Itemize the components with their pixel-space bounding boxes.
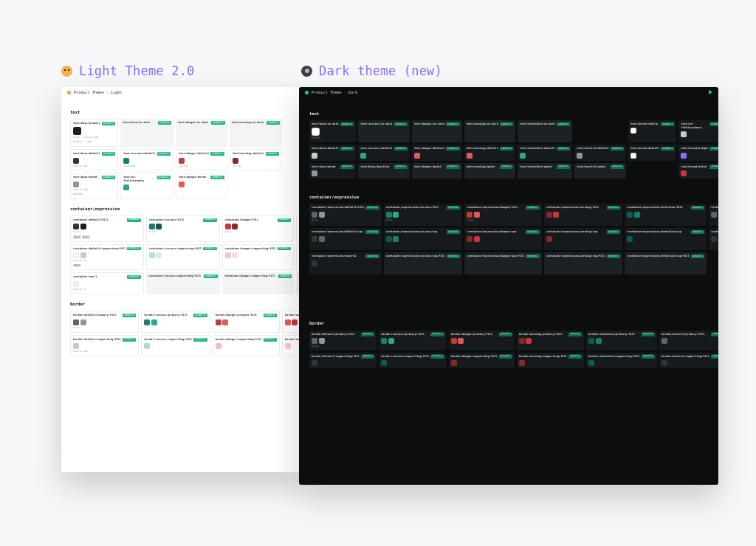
play-icon[interactable] xyxy=(709,90,712,94)
token-card[interactable]: border/danger/primary/fillSEMANTIC xyxy=(213,311,280,332)
token-card[interactable]: border/warning/supporting/fillSEMANTIC xyxy=(282,335,299,356)
token-card[interactable]: text/brand/brightSEMANTIC xyxy=(678,145,718,160)
token-card[interactable]: text/danger/on-darkSEMANTIC xyxy=(176,119,227,147)
token-card[interactable]: border/danger/supporting/fillSEMANTIC xyxy=(449,353,515,368)
emoji-dark-icon xyxy=(301,66,312,77)
token-card[interactable]: container/expressive/warning/supSEMANTIC xyxy=(544,228,623,250)
token-card[interactable]: container/default/supporting/fillSEMANTI… xyxy=(70,244,144,271)
token-card[interactable]: container/expressive/success/supSEMANTIC xyxy=(384,228,463,250)
token-card[interactable]: border/default/primary/fillSEMANTIC Alia… xyxy=(70,311,139,332)
token-card[interactable]: container/expressive/neutralSEMANTIC xyxy=(309,252,382,274)
token-card[interactable]: border/success/supporting/fillSEMANTIC xyxy=(141,335,210,356)
token-card[interactable]: container/default/fillSEMANTIC Alias hov… xyxy=(70,215,144,242)
token-card[interactable]: container/expressive/attention/sup/fillS… xyxy=(625,252,707,274)
token-card[interactable]: text/on-field/primarySEMANTIC xyxy=(678,120,718,142)
heading-dark-text: Dark theme (new) xyxy=(319,63,442,78)
token-card[interactable]: border/success/primary/fillSEMANTIC xyxy=(141,311,210,332)
token-card[interactable]: border/success/supporting/fillSEMANTIC xyxy=(379,353,446,368)
token-card[interactable]: text/neutral/quietSEMANTIC xyxy=(574,163,626,179)
token-card[interactable]: text/base/mutedSEMANTIC neutral-500 #8F9… xyxy=(70,173,118,198)
token-card[interactable]: border/neutral/primary/fillSEMANTIC xyxy=(659,331,718,350)
dark-section-border: border xyxy=(309,321,718,326)
token-card[interactable]: text/base/primarySEMANTIC Alias • neutra… xyxy=(70,119,118,147)
token-card[interactable]: container/expressive/default/supSEMANTIC xyxy=(309,228,382,250)
panel-dark[interactable]: Product Theme - Dark text text/base/on-d… xyxy=(299,87,718,485)
dark-section-ce: container/expressive xyxy=(309,195,718,200)
token-card[interactable]: container/expressive/danger/fillSEMANTIC… xyxy=(464,204,541,226)
token-card[interactable]: text/danger/defaultSEMANTIC red-600 xyxy=(176,149,227,170)
token-card[interactable]: text/brand/defaultSEMANTIC xyxy=(628,145,676,160)
light-container-grid: container/default/fillSEMANTIC Alias hov… xyxy=(70,215,290,294)
token-card[interactable]: container/expressive/default/fillSEMANTI… xyxy=(309,204,382,226)
token-card[interactable]: text/warning/defaultSEMANTIC xyxy=(464,145,516,160)
token-card[interactable]: text/base/inactiveSEMANTIC xyxy=(358,163,410,179)
token-card[interactable]: container/danger/supporting/fillSEMANTIC xyxy=(222,272,295,294)
token-card[interactable]: text/danger/mutedSEMANTIC xyxy=(176,173,227,198)
token-card[interactable]: text/neutral/defaultSEMANTIC xyxy=(574,145,626,160)
section-border-title: border xyxy=(70,302,290,307)
panel-dark-title: Product Theme - Dark xyxy=(312,90,357,95)
token-card[interactable]: text/attention/on-darkSEMANTIC xyxy=(518,120,572,142)
token-card[interactable]: border/default/supporting/fillSEMANTIC xyxy=(309,353,377,368)
token-card[interactable]: border/attention/supporting/fillSEMANTIC xyxy=(586,353,657,368)
heading-dark: Dark theme (new) xyxy=(301,63,442,78)
token-card[interactable]: container/expressive/neutral/sup/quietSE… xyxy=(709,228,718,250)
token-card[interactable]: container/danger/supporting/fillSEMANTIC xyxy=(222,244,295,271)
panel-light-title: Product Theme - Light xyxy=(74,90,123,95)
token-card[interactable]: text/danger/defaultSEMANTIC xyxy=(412,145,462,160)
token-card[interactable]: border/attention/primary/fillSEMANTIC xyxy=(586,331,657,350)
token-card[interactable]: border/danger/primary/fillSEMANTIC xyxy=(449,331,515,350)
token-card[interactable]: text/success/defaultSEMANTIC green-600 xyxy=(120,149,173,170)
token-card[interactable]: text/warning/on-darkSEMANTIC xyxy=(230,119,283,147)
token-card[interactable]: border/default/supporting/fillSEMANTIC n… xyxy=(70,335,139,356)
dark-section-text: text xyxy=(309,111,708,117)
token-card[interactable]: text/brand/subtleSEMANTIC xyxy=(628,120,676,142)
token-card[interactable]: text/success/defaultSEMANTIC xyxy=(358,145,410,160)
token-card[interactable]: container/expressive/danger/sup/fillSEMA… xyxy=(464,252,541,274)
token-card[interactable]: container/success/supporting/fillSEMANTI… xyxy=(146,244,220,271)
token-card[interactable]: text/warning/on-darkSEMANTIC xyxy=(464,120,516,142)
token-card[interactable]: text/base/on-darkSEMANTIC #FFFFFF xyxy=(309,120,356,142)
token-card[interactable]: container/success/supporting/fillSEMANTI… xyxy=(146,272,220,294)
token-card[interactable]: text/warning/defaultSEMANTIC red-700 xyxy=(230,149,283,170)
token-card[interactable]: container/expressive/attention/supSEMANT… xyxy=(625,228,707,250)
light-text-grid: text/base/primarySEMANTIC Alias • neutra… xyxy=(70,119,290,199)
token-card[interactable]: border/warning/supporting/fillSEMANTIC xyxy=(517,353,584,368)
panel-light-icon xyxy=(67,91,71,94)
token-card[interactable]: text/success/on-darkSEMANTIC xyxy=(358,120,410,142)
token-card[interactable]: border/success/primary/fillSEMANTIC xyxy=(379,331,446,350)
token-card[interactable]: text/brand/mutedSEMANTIC xyxy=(678,163,718,179)
token-card[interactable]: container/danger/fillSEMANTIC Alias xyxy=(222,215,295,242)
token-card[interactable]: text/base/defaultSEMANTIC xyxy=(309,145,356,160)
token-card[interactable]: container/expressive/danger/supSEMANTIC xyxy=(464,228,541,250)
token-card[interactable]: border/danger/supporting/fillSEMANTIC xyxy=(213,335,280,356)
token-card[interactable]: container/expressive/warning/fillSEMANTI… xyxy=(544,204,623,226)
token-card[interactable]: container/expressive/success/fillSEMANTI… xyxy=(384,204,463,226)
token-card[interactable]: text/warning/quietSEMANTIC xyxy=(464,163,516,179)
token-card[interactable]: text/base/mutedSEMANTIC xyxy=(309,163,356,179)
token-card[interactable]: text/attention/defaultSEMANTIC xyxy=(518,145,572,160)
dark-border-grid: border/default/primary/fillSEMANTICAlias… xyxy=(309,331,718,369)
light-border-grid: border/default/primary/fillSEMANTIC Alia… xyxy=(70,311,290,356)
token-card[interactable]: container/expressive/success/sup/fillSEM… xyxy=(384,252,463,274)
token-card[interactable]: container/expressive/attention/fillSEMAN… xyxy=(625,204,707,226)
token-card[interactable]: text/danger/quietSEMANTIC xyxy=(412,163,462,179)
token-card[interactable]: border/warning/primary/fillSEMANTIC xyxy=(517,331,584,350)
panel-light[interactable]: Product Theme - Light text text/base/pri… xyxy=(61,87,299,472)
token-card[interactable]: text/danger/on-darkSEMANTIC xyxy=(412,120,462,142)
token-card[interactable]: container/expressive/warning/sup/fillSEM… xyxy=(544,252,623,274)
token-card[interactable]: container/success/fillSEMANTIC Alias xyxy=(146,215,220,242)
token-card[interactable]: text/attention/quietSEMANTIC xyxy=(518,163,572,179)
token-card[interactable]: border/neutral/supporting/fillSEMANTIC xyxy=(659,353,718,368)
panel-dark-icon xyxy=(305,91,309,94)
heading-light: Light Theme 2.0 xyxy=(61,63,195,78)
token-card[interactable]: text/base/on-darkSEMANTIC xyxy=(120,119,173,147)
token-card[interactable]: container/neu/1SEMANTIC neutral-25 xyxy=(70,272,144,294)
dark-text-grid: text/base/on-darkSEMANTIC #FFFFFF text/s… xyxy=(309,120,708,179)
token-card[interactable]: text/on-field/primarySEMANTIC xyxy=(120,173,173,198)
token-card[interactable]: text/base/defaultSEMANTIC neutral-800 xyxy=(70,149,118,170)
token-card[interactable]: border/default/primary/fillSEMANTICAlias xyxy=(309,331,377,350)
token-card[interactable]: border/warning/primary/fillSEMANTIC xyxy=(282,311,299,332)
token-card[interactable]: container/expressive/neutral/fillSEMANTI… xyxy=(709,204,718,226)
section-text-title: text xyxy=(70,110,290,115)
